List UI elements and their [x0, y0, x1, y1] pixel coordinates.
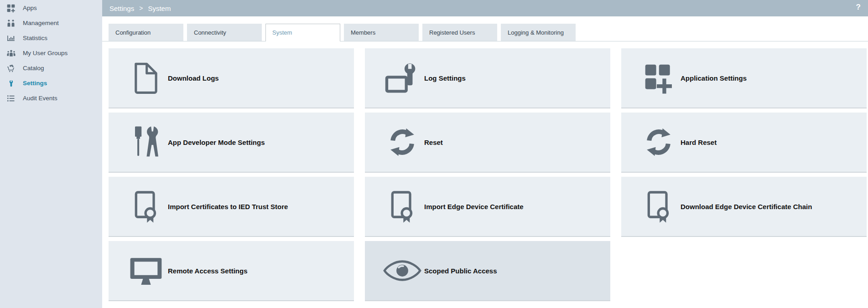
list-icon	[5, 93, 16, 103]
tab-label: System	[272, 29, 292, 36]
sidebar-item-audit-events[interactable]: Audit Events	[0, 91, 102, 106]
statistics-icon	[5, 33, 16, 43]
tools-icon	[126, 120, 166, 164]
tab-label: Members	[351, 29, 375, 36]
card-download-logs[interactable]: Download Logs	[109, 48, 354, 108]
screen-wrench-icon	[382, 56, 422, 100]
card-label: Reset	[424, 139, 443, 146]
tab-members[interactable]: Members	[344, 24, 419, 41]
monitor-icon	[126, 249, 166, 293]
card-label: Hard Reset	[681, 139, 717, 146]
sidebar-item-settings[interactable]: Settings	[0, 76, 102, 91]
certificate-icon	[639, 185, 679, 228]
card-hard-reset[interactable]: Hard Reset	[621, 113, 867, 173]
breadcrumb-system: System	[148, 5, 171, 12]
card-label: App Developer Mode Settings	[168, 139, 265, 146]
card-label: Application Settings	[681, 74, 747, 82]
help-icon[interactable]: ?	[856, 3, 861, 12]
card-label: Import Certificates to IED Trust Store	[168, 203, 288, 210]
card-import-certificates-ied-trust-store[interactable]: Import Certificates to IED Trust Store	[109, 177, 354, 237]
card-scoped-public-access[interactable]: Scoped Public Access	[365, 241, 610, 301]
sidebar-item-label: Apps	[23, 5, 37, 11]
card-label: Download Logs	[168, 74, 219, 82]
apps-plus-icon	[639, 56, 679, 100]
tab-bar: Configuration Connectivity System Member…	[102, 24, 868, 41]
sidebar-item-label: Catalog	[23, 65, 44, 72]
sidebar-item-catalog[interactable]: Catalog	[0, 61, 102, 76]
tab-system[interactable]: System	[265, 24, 340, 41]
app-window: Apps Management Statistics My User Group…	[0, 0, 868, 308]
user-groups-icon	[5, 48, 16, 58]
catalog-icon	[5, 63, 16, 73]
eye-icon	[382, 249, 422, 293]
breadcrumb-separator-icon: >	[139, 5, 143, 12]
sidebar-item-apps[interactable]: Apps	[0, 0, 102, 15]
certificate-icon	[126, 185, 166, 228]
tab-label: Logging & Monitoring	[508, 29, 564, 36]
breadcrumb-settings[interactable]: Settings	[109, 5, 134, 12]
tab-registered-users[interactable]: Registered Users	[422, 24, 497, 41]
sidebar-item-label: Management	[23, 20, 59, 26]
card-app-developer-mode-settings[interactable]: App Developer Mode Settings	[109, 113, 354, 173]
card-log-settings[interactable]: Log Settings	[365, 48, 610, 108]
card-label: Import Edge Device Certificate	[424, 203, 524, 210]
card-download-edge-device-certificate-chain[interactable]: Download Edge Device Certificate Chain	[621, 177, 867, 237]
sidebar-item-label: Settings	[23, 80, 47, 87]
card-label: Remote Access Settings	[168, 267, 248, 275]
tab-configuration[interactable]: Configuration	[109, 24, 183, 41]
breadcrumb-bar: Settings > System ?	[102, 0, 868, 16]
tab-label: Connectivity	[194, 29, 226, 36]
management-icon	[5, 18, 16, 28]
card-import-edge-device-certificate[interactable]: Import Edge Device Certificate	[365, 177, 610, 237]
sidebar-item-management[interactable]: Management	[0, 15, 102, 31]
reset-icon	[382, 120, 422, 164]
sidebar-item-my-user-groups[interactable]: My User Groups	[0, 46, 102, 61]
card-label: Download Edge Device Certificate Chain	[681, 203, 812, 210]
tab-label: Configuration	[115, 29, 151, 36]
document-icon	[126, 56, 166, 100]
sidebar: Apps Management Statistics My User Group…	[0, 0, 102, 308]
tab-logging-monitoring[interactable]: Logging & Monitoring	[501, 24, 576, 41]
apps-icon	[5, 3, 16, 13]
sidebar-item-statistics[interactable]: Statistics	[0, 31, 102, 46]
sidebar-item-label: My User Groups	[23, 50, 68, 56]
tab-connectivity[interactable]: Connectivity	[187, 24, 262, 41]
reset-icon	[639, 120, 679, 164]
wrench-icon	[5, 78, 16, 88]
card-label: Scoped Public Access	[424, 267, 497, 275]
sidebar-item-label: Statistics	[23, 35, 47, 41]
card-application-settings[interactable]: Application Settings	[621, 48, 867, 108]
certificate-icon	[382, 185, 422, 228]
card-label: Log Settings	[424, 74, 466, 82]
card-reset[interactable]: Reset	[365, 113, 610, 173]
settings-card-grid: Download Logs Log Settings Application S…	[109, 48, 867, 301]
card-remote-access-settings[interactable]: Remote Access Settings	[109, 241, 354, 301]
tab-label: Registered Users	[429, 29, 475, 36]
sidebar-item-label: Audit Events	[23, 95, 57, 102]
main-area: Settings > System ? Configuration Connec…	[102, 0, 868, 308]
